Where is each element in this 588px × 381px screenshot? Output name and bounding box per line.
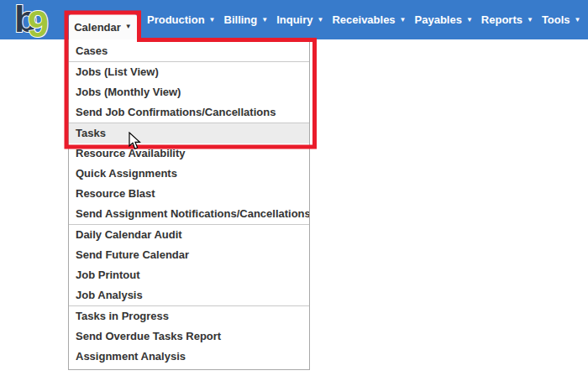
menu-item-cases[interactable]: Cases [69,41,309,61]
menu-item-assignment-analysis[interactable]: Assignment Analysis [69,347,309,367]
nav-item-label: Receivables [332,13,395,26]
menu-item-resource-availability[interactable]: Resource Availability [69,144,309,164]
nav-item-tools[interactable]: Tools▼ [542,13,581,26]
chevron-down-icon: ▼ [209,17,216,23]
nav-item-calendar-label: Calendar [74,21,121,34]
navbar-items: Production▼Billing▼Inquiry▼Receivables▼P… [147,0,581,39]
nav-item-label: Production [147,13,205,26]
nav-item-label: Tools [542,13,570,26]
nav-item-receivables[interactable]: Receivables▼ [332,13,406,26]
nav-item-inquiry[interactable]: Inquiry▼ [276,13,323,26]
menu-item-job-analysis[interactable]: Job Analysis [69,285,309,305]
menu-item-tasks[interactable]: Tasks [69,123,309,144]
menu-item-daily-calendar-audit[interactable]: Daily Calendar Audit [69,225,309,245]
chevron-down-icon: ▼ [527,17,533,23]
chevron-down-icon: ▼ [466,17,473,23]
chevron-down-icon: ▼ [575,17,581,23]
nav-item-label: Payables [415,13,462,26]
nav-item-label: Inquiry [276,13,312,26]
nav-item-payables[interactable]: Payables▼ [415,13,473,26]
menu-item-send-job-confirmations-cancellations[interactable]: Send Job Confirmations/Cancellations [69,102,309,123]
chevron-down-icon: ▼ [318,17,324,23]
app-logo: b 9 [7,0,59,39]
menu-item-jobs-monthly-view[interactable]: Jobs (Monthly View) [69,82,309,102]
nav-item-billing[interactable]: Billing▼ [224,13,269,26]
chevron-down-icon: ▼ [400,17,407,23]
nav-item-label: Billing [224,13,258,26]
nav-item-reports[interactable]: Reports▼ [481,13,533,26]
menu-item-resource-blast[interactable]: Resource Blast [69,184,309,204]
menu-item-jobs-list-view[interactable]: Jobs (List View) [69,62,309,82]
nav-item-calendar[interactable]: Calendar ▼ [69,14,137,39]
chevron-down-icon: ▼ [261,17,268,23]
logo-letter-9: 9 [28,3,49,39]
calendar-dropdown-menu: CasesJobs (List View)Jobs (Monthly View)… [68,39,310,370]
menu-item-quick-assignments[interactable]: Quick Assignments [69,164,309,184]
nav-item-label: Reports [481,13,522,26]
top-navbar: b 9 Calendar ▼ Production▼Billing▼Inquir… [0,0,588,39]
menu-item-job-printout[interactable]: Job Printout [69,265,309,285]
menu-item-send-assignment-notifications-cancellations[interactable]: Send Assignment Notifications/Cancellati… [69,204,309,224]
menu-item-tasks-in-progress[interactable]: Tasks in Progress [69,306,309,326]
menu-item-send-future-calendar[interactable]: Send Future Calendar [69,245,309,265]
chevron-down-icon: ▼ [125,23,132,30]
nav-item-production[interactable]: Production▼ [147,13,216,26]
menu-item-send-overdue-tasks-report[interactable]: Send Overdue Tasks Report [69,326,309,347]
